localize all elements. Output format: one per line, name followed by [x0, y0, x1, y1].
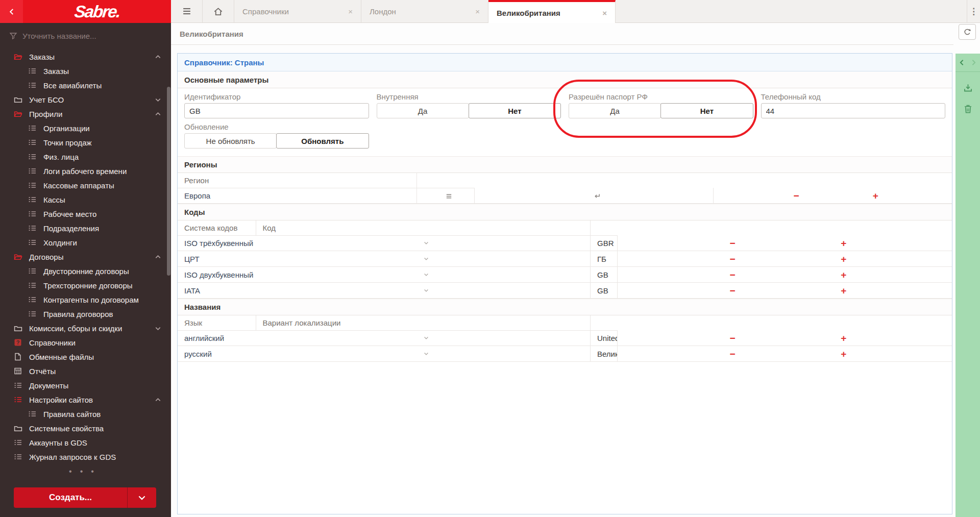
select-chevron-icon[interactable]	[256, 330, 591, 346]
chevron-down-icon[interactable]	[154, 96, 162, 104]
add-code-button[interactable]: +	[841, 254, 846, 264]
menu-button[interactable]	[171, 0, 203, 22]
select-chevron-icon[interactable]	[256, 346, 591, 362]
code-row: ISO двухбуквенный GB −+	[178, 267, 952, 283]
select-chevron-icon[interactable]	[256, 235, 591, 251]
region-details-button[interactable]	[445, 192, 453, 200]
close-icon[interactable]: ×	[602, 9, 607, 17]
add-name-button[interactable]: +	[841, 333, 846, 343]
sidebar-item-vse-aviabilety[interactable]: Все авиабилеты	[0, 78, 171, 92]
prev-record-button[interactable]	[958, 58, 966, 67]
sidebar-item-holdingi[interactable]: Холдинги	[0, 235, 171, 250]
home-button[interactable]	[203, 0, 234, 22]
remove-code-button[interactable]: −	[730, 270, 736, 280]
sidebar-item-zakazy[interactable]: Заказы	[0, 50, 171, 64]
add-code-button[interactable]: +	[841, 286, 846, 296]
filter-input[interactable]	[22, 32, 135, 40]
create-button[interactable]: Создать...	[14, 487, 156, 508]
add-region-button[interactable]: +	[873, 191, 878, 201]
close-icon[interactable]: ×	[475, 7, 480, 16]
collapse-sidebar-button[interactable]	[0, 0, 23, 23]
sidebar-item-logi[interactable]: Логи рабочего времени	[0, 164, 171, 178]
select-chevron-icon[interactable]	[256, 251, 591, 267]
chevron-up-icon[interactable]	[154, 253, 162, 261]
phone-code-input[interactable]	[761, 103, 946, 118]
remove-code-button[interactable]: −	[730, 286, 736, 296]
select-chevron-icon[interactable]	[256, 283, 591, 299]
remove-name-button[interactable]: −	[730, 349, 736, 359]
code-system-select[interactable]: ISO двухбуквенный	[178, 267, 256, 283]
code-system-select[interactable]: ISO трёхбуквенный	[178, 235, 256, 251]
select-chevron-icon[interactable]	[256, 267, 591, 283]
sidebar-item-zhurnal-gds[interactable]: Журнал запросов к GDS	[0, 450, 171, 464]
region-value[interactable]: Европа	[178, 188, 416, 204]
internal-yes-button[interactable]: Да	[377, 103, 469, 118]
save-button[interactable]	[955, 83, 980, 93]
sidebar-item-dokumenty[interactable]: Документы	[0, 378, 171, 392]
sidebar-item-dvustoronnie[interactable]: Двусторонние договоры	[0, 264, 171, 278]
add-name-button[interactable]: +	[841, 349, 846, 359]
sidebar-item-komissii[interactable]: Комиссии, сборы и скидки	[0, 321, 171, 335]
sidebar-item-rabochee-mesto[interactable]: Рабочее место	[0, 207, 171, 221]
sidebar-item-trehstoronnie[interactable]: Трехсторонние договоры	[0, 278, 171, 292]
code-value[interactable]: ГБ	[591, 251, 618, 267]
sidebar-item-zakazy-sub[interactable]: Заказы	[0, 64, 171, 78]
next-record-button[interactable]	[969, 58, 978, 67]
passport-yes-button[interactable]: Да	[569, 103, 661, 118]
refresh-button[interactable]	[959, 24, 976, 40]
update-yes-button[interactable]: Обновлять	[276, 133, 369, 149]
chevron-up-icon[interactable]	[154, 396, 162, 404]
sidebar-item-fiz-lica[interactable]: Физ. лица	[0, 150, 171, 164]
sidebar-item-dogovory[interactable]: Договоры	[0, 250, 171, 264]
pagination-dots[interactable]: •••	[0, 467, 171, 476]
chevron-up-icon[interactable]	[154, 53, 162, 61]
code-value[interactable]: GBR	[591, 235, 618, 251]
region-open-button[interactable]	[593, 192, 601, 200]
remove-code-button[interactable]: −	[730, 254, 736, 264]
sidebar-item-kontragenty[interactable]: Контрагенты по договорам	[0, 292, 171, 307]
localization-value[interactable]: Великобритания	[591, 346, 618, 362]
sidebar-item-uchet-bso[interactable]: Учет БСО	[0, 92, 171, 107]
identifier-input[interactable]	[184, 103, 369, 118]
sidebar-item-profili[interactable]: Профили	[0, 107, 171, 121]
sidebar-item-pravila-sajtov[interactable]: Правила сайтов	[0, 407, 171, 421]
code-value[interactable]: GB	[591, 267, 618, 283]
language-select[interactable]: английский	[178, 330, 256, 346]
chevron-up-icon[interactable]	[154, 110, 162, 118]
sidebar-item-kassy[interactable]: Кассы	[0, 192, 171, 207]
code-system-select[interactable]: IATA	[178, 283, 256, 299]
overflow-menu-button[interactable]: ⋮	[967, 0, 980, 22]
sidebar-item-nastrojki-sajtov[interactable]: Настройки сайтов	[0, 392, 171, 407]
tab-velikobritaniya[interactable]: Великобритания ×	[488, 0, 616, 23]
tab-spravochniki[interactable]: Справочники ×	[234, 0, 361, 22]
sidebar-item-organizacii[interactable]: Организации	[0, 121, 171, 135]
sidebar-item-sistemnye-svojstva[interactable]: Системные свойства	[0, 421, 171, 435]
sidebar-item-otchety[interactable]: Отчёты	[0, 364, 171, 378]
chevron-down-icon[interactable]	[154, 325, 162, 332]
sidebar-item-pravila-dogovorov[interactable]: Правила договоров	[0, 307, 171, 321]
localization-value[interactable]: United Kingdom	[591, 330, 618, 346]
create-dropdown-caret[interactable]	[128, 487, 156, 508]
passport-no-button[interactable]: Нет	[660, 103, 753, 118]
sidebar-item-podrazdeleniya[interactable]: Подразделения	[0, 221, 171, 235]
add-code-button[interactable]: +	[841, 238, 846, 248]
language-select[interactable]: русский	[178, 346, 256, 362]
sidebar-item-tochki-prodazh[interactable]: Точки продаж	[0, 135, 171, 150]
sidebar-item-kassovye-apparaty[interactable]: Кассовые аппараты	[0, 178, 171, 192]
delete-button[interactable]	[955, 104, 980, 114]
code-system-select[interactable]: ЦРТ	[178, 251, 256, 267]
create-button-label[interactable]: Создать...	[14, 487, 128, 508]
add-code-button[interactable]: +	[841, 270, 846, 280]
sidebar-scrollbar[interactable]	[167, 87, 170, 276]
remove-name-button[interactable]: −	[730, 333, 736, 343]
sidebar-item-akkaunty-gds[interactable]: Аккаунты в GDS	[0, 435, 171, 450]
remove-region-button[interactable]: −	[794, 191, 799, 201]
code-value[interactable]: GB	[591, 283, 618, 299]
sidebar-item-spravochniki[interactable]: Справочники	[0, 335, 171, 350]
tab-london[interactable]: Лондон ×	[361, 0, 488, 22]
remove-code-button[interactable]: −	[730, 238, 736, 248]
close-icon[interactable]: ×	[348, 7, 353, 16]
internal-no-button[interactable]: Нет	[469, 103, 561, 118]
update-no-button[interactable]: Не обновлять	[184, 133, 277, 149]
sidebar-item-obmennye-fajly[interactable]: Обменные файлы	[0, 350, 171, 364]
